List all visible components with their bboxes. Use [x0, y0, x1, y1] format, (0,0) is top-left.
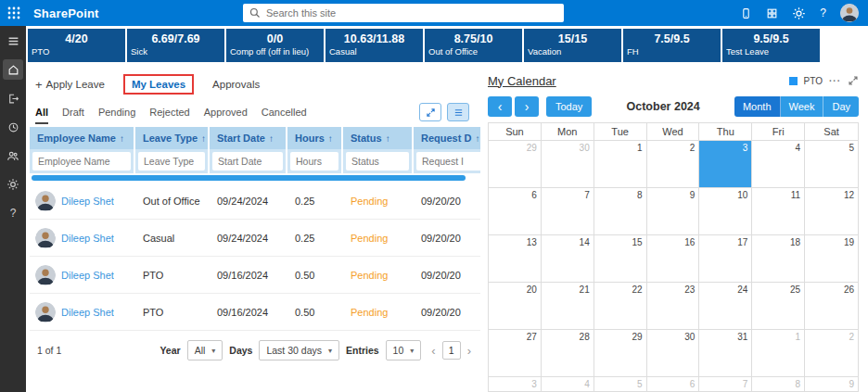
calendar-day[interactable]: 16: [647, 235, 700, 283]
calendar-day[interactable]: 1: [752, 330, 805, 377]
sort-asc-icon[interactable]: ↑: [120, 133, 124, 144]
calendar-day[interactable]: 4: [542, 377, 594, 392]
calendar-day[interactable]: 21: [542, 283, 594, 330]
employee-name-link[interactable]: Dileep Shet: [61, 270, 114, 281]
calendar-day[interactable]: 3: [699, 141, 752, 188]
calendar-day[interactable]: 22: [594, 283, 647, 330]
filter-input[interactable]: [346, 152, 409, 171]
stat-tile[interactable]: 9.5/9.5Test Leave: [722, 29, 820, 62]
view-week-button[interactable]: Week: [781, 96, 824, 117]
page-prev-icon[interactable]: ‹: [431, 344, 435, 358]
menu-icon[interactable]: [3, 31, 23, 51]
calendar-day[interactable]: 26: [805, 283, 858, 330]
calendar-day[interactable]: 2: [647, 141, 700, 188]
filter-tab-rejected[interactable]: Rejected: [149, 100, 189, 124]
calendar-day[interactable]: 12: [805, 188, 858, 235]
expand-calendar-icon[interactable]: [848, 75, 859, 86]
home-icon[interactable]: [3, 59, 23, 80]
scrollbar-thumb[interactable]: [32, 175, 466, 181]
filter-input[interactable]: [32, 152, 131, 171]
page-next-icon[interactable]: ›: [467, 344, 471, 358]
calendar-day[interactable]: 7: [542, 188, 594, 235]
sort-asc-icon[interactable]: ↑: [269, 133, 274, 144]
calendar-next-button[interactable]: ›: [515, 96, 539, 117]
calendar-day[interactable]: 13: [489, 235, 542, 283]
filter-input[interactable]: [138, 152, 205, 171]
user-avatar[interactable]: [840, 4, 859, 22]
tab-my-leaves[interactable]: My Leaves: [123, 74, 194, 95]
calendar-day[interactable]: 11: [752, 188, 805, 235]
calendar-day[interactable]: 2: [805, 330, 858, 377]
column-header[interactable]: Employee Name↑: [30, 127, 134, 149]
stat-tile[interactable]: 4/20PTO: [28, 29, 125, 62]
table-row[interactable]: Dileep ShetPTO09/16/20240.50Pending09/20…: [30, 257, 480, 294]
calendar-day[interactable]: 14: [542, 235, 594, 283]
calendar-day[interactable]: 4: [752, 141, 805, 188]
year-select[interactable]: All ▾: [187, 340, 223, 360]
filter-input[interactable]: [290, 152, 338, 171]
today-button[interactable]: Today: [546, 96, 592, 117]
calendar-day[interactable]: 1: [594, 141, 647, 188]
calendar-day[interactable]: 18: [752, 235, 805, 283]
calendar-day[interactable]: 29: [594, 330, 647, 377]
tab-approvals[interactable]: Approvals: [212, 79, 260, 90]
stat-tile[interactable]: 15/15Vacation: [524, 29, 621, 62]
settings-gear-icon[interactable]: [792, 6, 806, 20]
calendar-day[interactable]: 17: [699, 235, 752, 283]
search-input[interactable]: [266, 7, 557, 19]
calendar-day[interactable]: 20: [489, 283, 542, 330]
calendar-day[interactable]: 15: [594, 235, 647, 283]
column-header[interactable]: Start Date↑: [210, 127, 286, 149]
calendar-day[interactable]: 6: [489, 188, 542, 235]
employee-name-link[interactable]: Dileep Shet: [61, 307, 114, 318]
help-icon[interactable]: ?: [820, 6, 826, 19]
brand-title[interactable]: SharePoint: [33, 6, 99, 20]
mobile-icon[interactable]: [740, 7, 752, 19]
calendar-day[interactable]: 5: [594, 377, 647, 392]
column-header[interactable]: Status↑: [343, 127, 412, 149]
stat-tile[interactable]: 6.69/7.69Sick: [127, 29, 224, 62]
filter-tab-cancelled[interactable]: Cancelled: [262, 100, 307, 124]
days-select[interactable]: Last 30 days ▾: [259, 340, 339, 360]
sidebar-help-icon[interactable]: ?: [3, 203, 23, 223]
more-options-icon[interactable]: ···: [829, 76, 841, 86]
column-header[interactable]: Leave Type↑: [135, 127, 208, 149]
sort-asc-icon[interactable]: ↑: [328, 133, 333, 144]
sort-asc-icon[interactable]: ↑: [475, 133, 479, 144]
calendar-day[interactable]: 30: [647, 330, 700, 377]
table-row[interactable]: Dileep ShetCasual09/24/20240.25Pending09…: [30, 220, 480, 257]
column-header[interactable]: Request D↑: [414, 127, 480, 149]
calendar-day[interactable]: 10: [699, 188, 752, 235]
view-day-button[interactable]: Day: [823, 96, 859, 117]
calendar-day[interactable]: 19: [805, 235, 858, 283]
gear-icon[interactable]: [3, 174, 23, 195]
stat-tile[interactable]: 7.5/9.5FH: [623, 29, 721, 62]
calendar-day[interactable]: 7: [699, 377, 752, 392]
filter-input[interactable]: [212, 152, 283, 171]
calendar-day[interactable]: 31: [699, 330, 752, 377]
site-search[interactable]: [243, 4, 564, 22]
calendar-title-link[interactable]: My Calendar: [488, 74, 556, 88]
sort-asc-icon[interactable]: ↑: [386, 133, 390, 144]
calendar-day[interactable]: 8: [752, 377, 805, 392]
calendar-prev-button[interactable]: ‹: [488, 96, 512, 117]
filter-tab-pending[interactable]: Pending: [98, 100, 135, 124]
view-month-button[interactable]: Month: [734, 96, 781, 117]
sort-asc-icon[interactable]: ↑: [201, 133, 206, 144]
filter-tab-approved[interactable]: Approved: [204, 100, 248, 124]
calendar-day[interactable]: 3: [489, 377, 542, 392]
calendar-day[interactable]: 28: [542, 330, 594, 377]
calendar-day[interactable]: 9: [805, 377, 858, 392]
calendar-day[interactable]: 29: [489, 141, 542, 188]
filter-input[interactable]: [416, 152, 480, 171]
tab-apply-leave[interactable]: + Apply Leave: [35, 79, 105, 90]
employee-name-link[interactable]: Dileep Shet: [61, 233, 114, 244]
apps-grid-icon[interactable]: [766, 7, 778, 19]
calendar-day[interactable]: 30: [542, 141, 594, 188]
calendar-day[interactable]: 9: [647, 188, 700, 235]
sign-out-icon[interactable]: [3, 88, 23, 108]
expand-icon[interactable]: [419, 103, 441, 121]
table-row[interactable]: Dileep ShetPTO09/16/20240.50Pending09/20…: [30, 294, 480, 331]
calendar-day[interactable]: 8: [594, 188, 647, 235]
calendar-day[interactable]: 5: [805, 141, 858, 188]
